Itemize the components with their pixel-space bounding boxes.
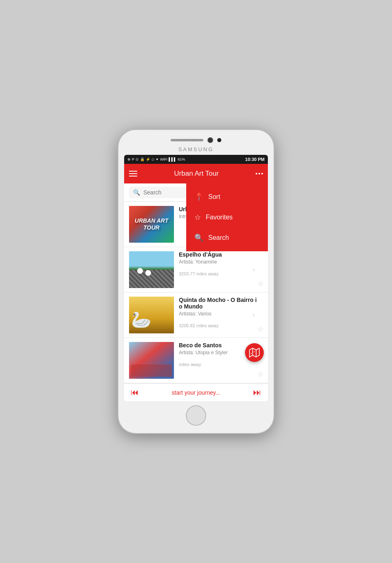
speaker-grille — [171, 139, 203, 141]
home-button[interactable] — [186, 405, 206, 426]
item-distance: 3203.77 miles away — [179, 268, 260, 276]
overflow-menu-icon[interactable] — [256, 173, 263, 174]
skip-next-icon[interactable]: ⏭ — [253, 388, 261, 397]
location-icon: ⊙ — [136, 157, 139, 161]
dropdown-item-search[interactable]: 🔍 Search — [186, 228, 268, 248]
item-title: Espelho d'Água — [179, 251, 260, 258]
list-item[interactable]: Espelho d'Água Artista: Yonamine 3203.77… — [124, 247, 268, 293]
hamburger-icon[interactable] — [129, 171, 137, 176]
app-title: Urban Art Tour — [137, 170, 256, 178]
map-icon — [249, 347, 260, 358]
item-image — [129, 251, 174, 288]
item-subtitle: Artistas: Varios — [179, 311, 260, 317]
search-label: Search — [208, 234, 229, 241]
item-image — [129, 342, 174, 379]
item-content: Espelho d'Água Artista: Yonamine 3203.77… — [179, 251, 263, 276]
item-distance: 3205.82 miles away — [179, 320, 260, 328]
favorites-label: Favorites — [206, 214, 233, 221]
brand-label: SAMSUNG — [124, 146, 268, 152]
wifi-icon: WiFi — [160, 157, 167, 161]
item-distance: miles away — [179, 359, 260, 367]
dropdown-item-favorites[interactable]: ☆ Favorites — [186, 207, 268, 228]
status-time: 10:30 PM — [245, 157, 265, 162]
status-icons-left: ⊕ P ⊙ 🔒 ⚡ ◇ ✦ WiFi ▌▌▌ 61% — [127, 157, 185, 161]
phone-top-area — [124, 137, 268, 143]
sensor — [217, 138, 221, 142]
search-icon: 🔍 — [194, 233, 203, 242]
bluetooth-icon: ✦ — [156, 157, 159, 161]
map-fab-button[interactable] — [245, 343, 264, 362]
svg-marker-0 — [249, 348, 259, 357]
svg-point-3 — [251, 353, 252, 354]
svg-point-4 — [254, 351, 255, 352]
search-bar-icon: 🔍 — [133, 189, 140, 196]
dropdown-menu: 📍 Sort ☆ Favorites 🔍 Search — [186, 183, 268, 251]
bottom-bar: ⏮ start your journey... ⏭ — [124, 383, 268, 401]
favorite-star-icon[interactable]: ☆ — [257, 324, 264, 333]
item-title: Quinta do Mocho - O Bairro i o Mundo — [179, 297, 260, 310]
item-arrow-icon: › — [253, 266, 255, 273]
item-content: Quinta do Mocho - O Bairro i o Mundo Art… — [179, 297, 263, 328]
location-pin-icon: 📍 — [194, 192, 203, 201]
dropbox-icon: ◇ — [151, 157, 154, 161]
front-camera — [207, 137, 213, 143]
phone-screen: ⊕ P ⊙ 🔒 ⚡ ◇ ✦ WiFi ▌▌▌ 61% 10:30 PM Urba… — [124, 155, 268, 401]
usb-icon: ⚡ — [146, 157, 150, 161]
favorite-star-icon[interactable]: ☆ — [257, 279, 264, 288]
signal-icon: ▌▌▌ — [169, 157, 176, 161]
item-arrow-icon: › — [253, 311, 255, 319]
skip-previous-icon[interactable]: ⏮ — [131, 388, 139, 397]
item-image: 🦢 — [129, 297, 174, 333]
add-icon: ⊕ — [127, 157, 131, 161]
app-bar: Urban Art Tour 📍 Sort ☆ Favorites 🔍 S — [124, 164, 268, 183]
item-subtitle: Artista: Yonamine — [179, 259, 260, 265]
star-outline-icon: ☆ — [194, 213, 201, 222]
journey-text: start your journey... — [172, 389, 220, 396]
battery-label: 61% — [178, 157, 185, 161]
phone-frame: SAMSUNG ⊕ P ⊙ 🔒 ⚡ ◇ ✦ WiFi ▌▌▌ 61% 10:30… — [118, 130, 274, 433]
list-item[interactable]: 🦢 Quinta do Mocho - O Bairro i o Mundo A… — [124, 293, 268, 338]
lock-icon: 🔒 — [140, 157, 145, 161]
status-bar: ⊕ P ⊙ 🔒 ⚡ ◇ ✦ WiFi ▌▌▌ 61% 10:30 PM — [124, 155, 268, 164]
phone-bottom-area — [124, 405, 268, 426]
favorite-star-icon[interactable]: ☆ — [257, 370, 264, 379]
dropdown-item-sort[interactable]: 📍 Sort — [186, 187, 268, 207]
sort-label: Sort — [208, 193, 220, 201]
item-image: URBAN ARTTOUR — [129, 206, 174, 243]
parking-icon: P — [132, 157, 134, 161]
list-item[interactable]: Beco de Santos Artista: Utopia e Styler … — [124, 338, 268, 383]
